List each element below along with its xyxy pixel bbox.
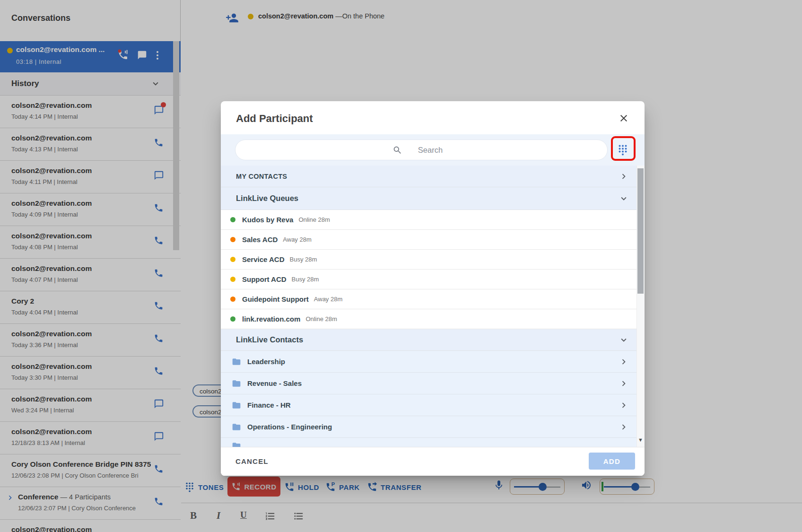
folder-icon (232, 357, 241, 366)
highlight-annotation-box (611, 136, 636, 161)
status-dot-busy (230, 277, 235, 282)
chevron-down-icon (619, 335, 629, 345)
search-field[interactable] (235, 140, 608, 160)
chevron-down-icon (619, 193, 629, 204)
scroll-down-arrow[interactable]: ▼ (636, 434, 645, 446)
queue-row[interactable]: Sales ACD Away 28m (221, 230, 636, 250)
chevron-right-icon (619, 378, 629, 389)
folder-icon (232, 422, 241, 432)
status-dot-online (230, 316, 235, 322)
add-participant-dialog: Add Participant MY CONTACTS LinkLive Que… (221, 101, 645, 476)
queue-row[interactable]: link.revation.com Online 28m (221, 309, 636, 329)
status-dot-busy (230, 257, 235, 262)
chevron-right-icon (619, 400, 629, 410)
status-dot-away (230, 237, 235, 242)
contact-group-row[interactable]: Operations - Engineering (221, 416, 636, 438)
dialog-footer: CANCEL ADD (221, 447, 645, 476)
add-button[interactable]: ADD (589, 453, 635, 470)
folder-icon (232, 441, 241, 447)
contact-group-row[interactable]: Revenue - Sales (221, 373, 636, 394)
queue-row[interactable]: Support ACD Busy 28m (221, 270, 636, 289)
search-input[interactable] (235, 140, 607, 160)
contact-group-row[interactable]: Leadership (221, 351, 636, 373)
chevron-right-icon (619, 357, 629, 367)
cancel-button[interactable]: CANCEL (235, 457, 269, 465)
contact-group-row[interactable]: Finance - HR (221, 394, 636, 416)
close-icon[interactable] (618, 113, 629, 124)
queue-row[interactable]: Kudos by Reva Online 28m (221, 210, 636, 230)
modal-scrollbar-thumb[interactable] (637, 168, 644, 294)
folder-icon (232, 379, 241, 388)
section-linklive-queues[interactable]: LinkLive Queues (221, 187, 636, 210)
queue-row[interactable]: Service ACD Busy 28m (221, 250, 636, 270)
folder-icon (232, 401, 241, 410)
chevron-right-icon (619, 171, 629, 182)
dialog-title: Add Participant (236, 113, 313, 125)
status-dot-away (230, 297, 235, 302)
contact-group-row-partial[interactable] (221, 438, 636, 447)
section-my-contacts[interactable]: MY CONTACTS (221, 166, 636, 187)
chevron-right-icon (619, 422, 629, 432)
queue-row[interactable]: Guidepoint Support Away 28m (221, 289, 636, 309)
status-dot-online (230, 217, 235, 222)
section-linklive-contacts[interactable]: LinkLive Contacts (221, 329, 636, 351)
